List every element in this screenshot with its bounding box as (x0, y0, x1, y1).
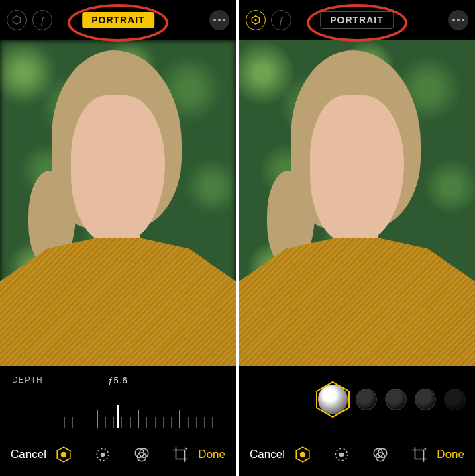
screen-portrait-on: ƒ PORTRAIT DEPTH ƒ5.6 (0, 0, 236, 476)
svg-point-2 (61, 452, 67, 458)
lighting-option-natural[interactable] (318, 385, 348, 414)
svg-marker-10 (317, 382, 349, 417)
cancel-button[interactable]: Cancel (250, 448, 285, 461)
svg-marker-0 (13, 16, 20, 25)
done-button[interactable]: Done (198, 448, 225, 461)
portrait-lighting-tool-icon[interactable] (293, 445, 312, 464)
depth-value: ƒ5.6 (108, 375, 127, 385)
depth-slider[interactable] (8, 397, 228, 428)
depth-indicator[interactable] (117, 405, 119, 428)
bottom-bar: Cancel Done (0, 433, 236, 476)
more-icon[interactable] (448, 10, 468, 30)
tool-row (293, 445, 429, 464)
lighting-option-studio[interactable] (356, 389, 377, 410)
lighting-option-contour[interactable] (385, 389, 407, 410)
top-bar: ƒ PORTRAIT (239, 0, 475, 40)
lighting-option-stage-mono[interactable] (444, 389, 466, 410)
depth-label: DEPTH (12, 375, 43, 385)
filters-tool-icon[interactable] (371, 445, 390, 464)
tool-row (54, 445, 190, 464)
top-bar-left: ƒ (246, 10, 291, 30)
lighting-mode-icon[interactable] (246, 10, 266, 30)
depth-ticks (8, 397, 228, 428)
more-icon[interactable] (209, 10, 229, 30)
top-bar: ƒ PORTRAIT (0, 0, 236, 40)
svg-point-12 (300, 452, 306, 458)
lighting-options-row[interactable] (239, 366, 475, 433)
svg-point-4 (101, 453, 105, 457)
screen-portrait-off: ƒ PORTRAIT Cancel (239, 0, 475, 476)
comparison-wrapper: ƒ PORTRAIT DEPTH ƒ5.6 (0, 0, 475, 476)
lighting-mode-icon[interactable] (7, 10, 27, 30)
portrait-toggle[interactable]: PORTRAIT (82, 12, 154, 28)
depth-row: DEPTH ƒ5.6 (8, 371, 228, 385)
portrait-toggle[interactable]: PORTRAIT (320, 11, 394, 29)
top-bar-left: ƒ (7, 10, 52, 30)
crop-tool-icon[interactable] (171, 445, 190, 464)
aperture-icon[interactable]: ƒ (32, 10, 52, 30)
crop-tool-icon[interactable] (410, 445, 429, 464)
filters-tool-icon[interactable] (132, 445, 151, 464)
svg-point-9 (255, 19, 257, 21)
cancel-button[interactable]: Cancel (11, 448, 46, 461)
bottom-bar: Cancel Done (239, 433, 475, 476)
adjust-tool-icon[interactable] (332, 445, 351, 464)
subject-person (239, 40, 475, 366)
photo-preview[interactable] (239, 40, 475, 366)
photo-preview[interactable] (0, 40, 236, 366)
adjust-tool-icon[interactable] (93, 445, 112, 464)
portrait-lighting-tool-icon[interactable] (54, 445, 73, 464)
done-button[interactable]: Done (437, 448, 464, 461)
aperture-icon[interactable]: ƒ (271, 10, 291, 30)
lighting-option-stage[interactable] (415, 389, 436, 410)
subject-person (0, 40, 236, 366)
svg-point-14 (339, 453, 344, 457)
depth-control: DEPTH ƒ5.6 (0, 366, 236, 433)
